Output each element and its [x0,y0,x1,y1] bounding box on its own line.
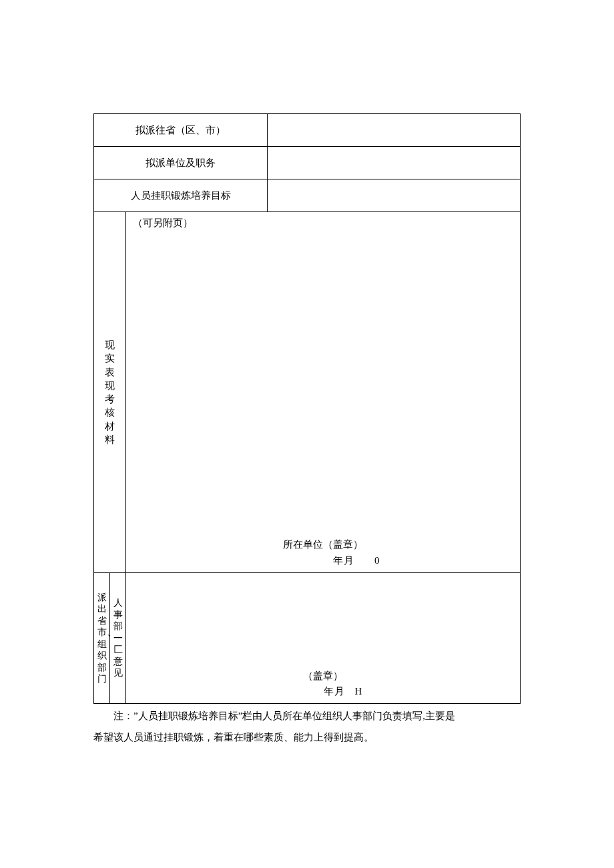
value-destination-unit [268,147,521,179]
value-destination-province [268,114,521,147]
performance-sign-block: 所在单位（盖章） 年月 0 [126,536,520,568]
row-performance-review: 现实表现考核材料 （可另附页） 所在单位（盖章） 年月 0 [94,212,521,573]
note-append-page: （可另附页） [133,215,193,231]
cell-dept-body: （盖章） 年月 H [126,573,521,704]
vlabel-dept-left-text: 派出省市、组织部门 [97,592,107,685]
cell-performance-review-body: （可另附页） 所在单位（盖章） 年月 0 [126,212,521,573]
form-table: 拟派往省（区、市） 拟派单位及职务 人员挂职锻炼培养目标 现实表现考核材料 （可… [93,113,521,704]
row-training-goal: 人员挂职锻炼培养目标 [94,179,521,212]
performance-sign-date: 年月 0 [126,552,520,568]
label-training-goal: 人员挂职锻炼培养目标 [94,179,268,212]
vlabel-performance-review-text: 现实表现考核材料 [105,338,115,446]
footer-note-line2: 希望该人员通过挂职锻炼，着重在哪些素质、能力上得到提高。 [93,729,521,747]
footer-note-line1: 注：”人员挂职锻炼培养目标”栏由人员所在单位组织人事部门负责填写,主要是 [93,708,521,725]
row-destination-unit: 拟派单位及职务 [94,147,521,179]
dept-sign-block: （盖章） 年月 H [126,669,520,700]
vlabel-dept-right-text: 人事部一 匚意见 [113,597,123,679]
dept-sign-seal: （盖章） [126,669,520,684]
vlabel-dept-left: 派出省市、组织部门 [94,573,110,704]
label-destination-province: 拟派往省（区、市） [94,114,268,147]
row-destination-province: 拟派往省（区、市） [94,114,521,147]
dept-sign-date: 年月 H [126,684,520,699]
label-destination-unit: 拟派单位及职务 [94,147,268,179]
document-page: 拟派往省（区、市） 拟派单位及职务 人员挂职锻炼培养目标 现实表现考核材料 （可… [0,0,614,868]
vlabel-dept-right: 人事部一 匚意见 [110,573,126,704]
dept-opinion-area: （盖章） 年月 H [126,573,520,703]
performance-review-area: （可另附页） 所在单位（盖章） 年月 0 [126,212,520,572]
value-training-goal [268,179,521,212]
performance-sign-unit: 所在单位（盖章） [126,536,520,552]
vlabel-performance-review: 现实表现考核材料 [94,212,126,573]
row-dept-opinion: 派出省市、组织部门 人事部一 匚意见 （盖章） 年月 H [94,573,521,704]
